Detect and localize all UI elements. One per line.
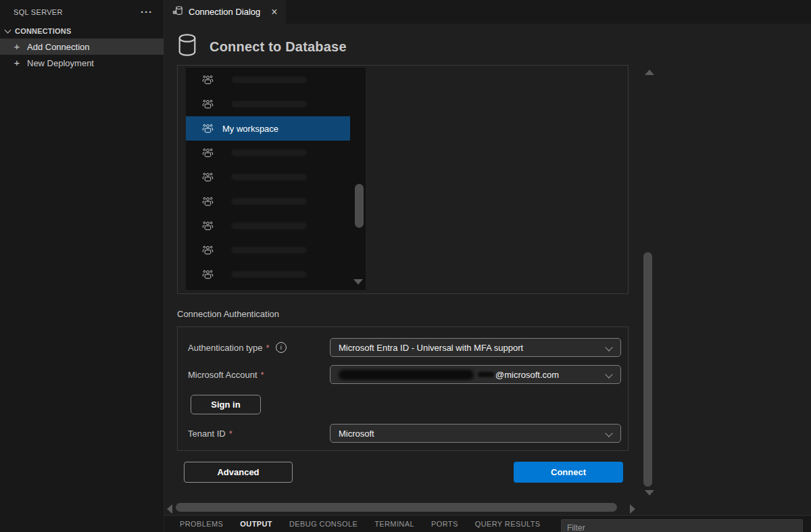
scroll-down-icon[interactable]: [645, 490, 654, 495]
dropdown-value: Microsoft Entra ID - Universal with MFA …: [339, 343, 523, 353]
bottom-panel: PROBLEMS OUTPUT DEBUG CONSOLE TERMINAL P…: [164, 515, 811, 532]
required-asterisk: *: [229, 429, 232, 439]
chevron-down-icon: [605, 343, 612, 351]
tab-label: Connection Dialog: [189, 7, 260, 17]
workspace-list-item-my-workspace[interactable]: My workspace: [186, 116, 350, 141]
sidebar-item-add-connection[interactable]: + Add Connection: [0, 39, 164, 55]
workspace-list-item[interactable]: [186, 68, 350, 92]
dropdown-value: @microsoft.com: [495, 370, 559, 380]
dropdown-value: Microsoft: [339, 429, 374, 439]
vertical-scrollbar[interactable]: [643, 252, 652, 487]
redacted-text: [231, 222, 307, 229]
scroll-down-icon[interactable]: [353, 279, 363, 285]
auth-fieldset: Authentication type * i Microsoft Entra …: [177, 327, 629, 451]
tab-query-results[interactable]: QUERY RESULTS: [475, 520, 541, 528]
redacted-email-prefix: [478, 372, 494, 377]
redacted-email-prefix: [339, 370, 474, 380]
sidebar-sql-server: SQL SERVER ··· CONNECTIONS + Add Connect…: [0, 0, 164, 532]
horizontal-scrollbar[interactable]: [176, 503, 617, 512]
workspace-list-item[interactable]: [186, 92, 350, 116]
redacted-text: [231, 174, 307, 180]
tenant-id-label: Tenant ID *: [188, 424, 232, 443]
vscode-window: SQL SERVER ··· CONNECTIONS + Add Connect…: [0, 0, 811, 532]
sidebar-item-label: Add Connection: [27, 42, 90, 52]
workspace-people-icon: [202, 123, 214, 135]
workspace-list-item[interactable]: [186, 165, 350, 189]
workspace-people-icon: [202, 99, 214, 110]
redacted-text: [231, 247, 307, 253]
workspace-list-scrollbar[interactable]: [355, 184, 364, 228]
connections-section-label: CONNECTIONS: [15, 27, 71, 35]
microsoft-account-label: Microsoft Account *: [188, 365, 264, 384]
authentication-type-dropdown[interactable]: Microsoft Entra ID - Universal with MFA …: [330, 338, 621, 357]
tab-ports[interactable]: PORTS: [431, 520, 458, 528]
workspace-list-item[interactable]: [186, 262, 350, 287]
workspace-list-item[interactable]: [186, 189, 350, 214]
sign-in-button[interactable]: Sign in: [191, 395, 261, 414]
plus-icon: +: [11, 57, 22, 68]
advanced-button[interactable]: Advanced: [184, 462, 293, 483]
database-icon: [177, 33, 197, 60]
workspace-people-icon: [202, 74, 214, 86]
connect-button[interactable]: Connect: [514, 462, 623, 483]
required-asterisk: *: [266, 343, 270, 353]
info-icon[interactable]: i: [276, 342, 287, 353]
auth-section-title: Connection Authentication: [177, 309, 279, 319]
chevron-down-icon: [5, 26, 11, 33]
tab-terminal[interactable]: TERMINAL: [374, 520, 414, 528]
tab-output[interactable]: OUTPUT: [240, 520, 272, 528]
workspace-people-icon: [202, 220, 214, 232]
workspace-people-icon: [202, 147, 214, 159]
required-asterisk: *: [261, 370, 264, 380]
workspace-list-item[interactable]: [186, 238, 350, 262]
main-area: Connection Dialog × Connect to Database: [164, 0, 811, 532]
sidebar-item-new-deployment[interactable]: + New Deployment: [0, 55, 164, 71]
more-actions-icon[interactable]: ···: [141, 9, 153, 16]
editor-tab-bar: Connection Dialog ×: [164, 0, 811, 24]
tenant-id-dropdown[interactable]: Microsoft: [330, 424, 621, 443]
workspace-browser: My workspace: [177, 65, 629, 294]
authentication-type-label: Authentication type * i: [188, 338, 287, 357]
workspace-people-icon: [202, 172, 214, 183]
workspace-list: My workspace: [186, 68, 366, 290]
workspace-list-item[interactable]: [186, 214, 350, 238]
workspace-people-icon: [202, 269, 214, 281]
sidebar-item-label: New Deployment: [27, 58, 94, 68]
tab-debug-console[interactable]: DEBUG CONSOLE: [289, 520, 358, 528]
redacted-text: [231, 149, 307, 156]
redacted-text: [231, 198, 307, 205]
dialog-title: Connect to Database: [210, 39, 347, 55]
redacted-text: [231, 76, 307, 83]
workspace-people-icon: [202, 196, 214, 208]
workspace-label: My workspace: [222, 124, 278, 134]
plus-icon: +: [11, 41, 22, 52]
close-icon[interactable]: ×: [271, 7, 277, 18]
scroll-up-icon[interactable]: [645, 70, 654, 75]
scroll-right-icon[interactable]: [630, 504, 635, 514]
connections-section-header[interactable]: CONNECTIONS: [0, 24, 164, 39]
chevron-down-icon: [605, 429, 612, 437]
redacted-text: [231, 271, 307, 278]
dialog-header: Connect to Database: [177, 33, 347, 60]
scroll-left-icon[interactable]: [167, 504, 172, 514]
connection-dialog-webview: Connect to Database: [164, 24, 811, 515]
redacted-text: [231, 101, 307, 107]
chevron-down-icon: [605, 370, 612, 378]
sidebar-header: SQL SERVER ···: [0, 0, 164, 24]
sidebar-title: SQL SERVER: [14, 8, 63, 16]
workspace-list-item[interactable]: [186, 141, 350, 165]
connection-dialog-icon: [172, 5, 183, 19]
tab-connection-dialog[interactable]: Connection Dialog ×: [164, 0, 286, 24]
microsoft-account-dropdown[interactable]: @microsoft.com: [330, 365, 621, 384]
filter-input[interactable]: [561, 519, 803, 532]
tab-problems[interactable]: PROBLEMS: [180, 520, 223, 528]
workspace-people-icon: [202, 245, 214, 256]
